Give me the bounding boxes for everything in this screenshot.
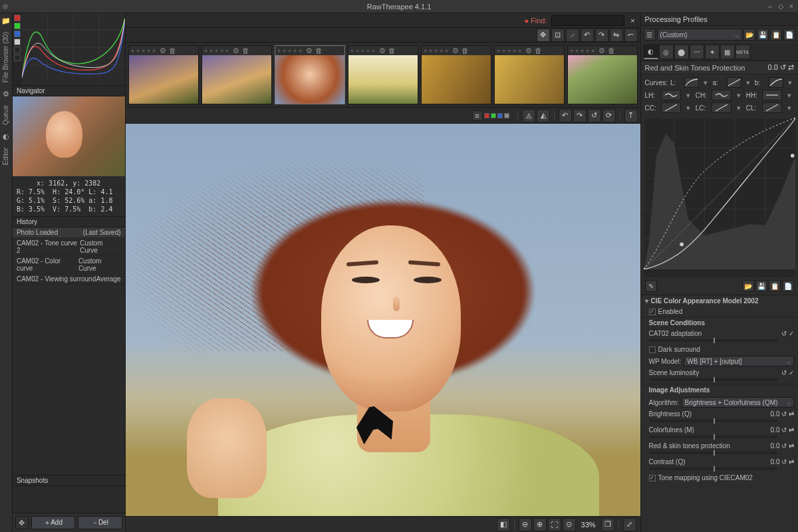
tab-exposure-icon[interactable]: ◐ xyxy=(644,45,658,59)
flip-h-icon[interactable]: ⇋ xyxy=(610,29,623,42)
swatch-grey[interactable] xyxy=(504,113,509,118)
cycle-icon[interactable]: ⟳ xyxy=(602,109,616,122)
fullscreen-icon[interactable]: ⤢ xyxy=(623,518,636,531)
zoom-100-icon[interactable]: ⊙ xyxy=(563,518,576,531)
straighten-tool-icon[interactable]: ⟋ xyxy=(566,29,579,42)
curve-select-LC[interactable] xyxy=(712,102,732,113)
histo-toggle-l[interactable] xyxy=(14,39,21,45)
curve-select-CC[interactable] xyxy=(661,102,681,113)
tab-color-icon[interactable]: ⬤ xyxy=(674,45,689,59)
curve-select-L[interactable] xyxy=(684,77,699,88)
histo-toggle-raw[interactable] xyxy=(14,47,21,53)
curve-save-icon[interactable]: 💾 xyxy=(755,280,767,292)
gear-icon[interactable]: ⚙ xyxy=(1,89,11,98)
histo-toggle-b[interactable] xyxy=(14,31,21,37)
rotate-right-icon[interactable]: ↷ xyxy=(573,109,587,122)
profile-save-icon[interactable]: 💾 xyxy=(757,29,769,41)
folder-icon[interactable]: 📁 xyxy=(1,16,11,25)
palette-icon[interactable]: ◐ xyxy=(1,132,11,141)
swatch-blue[interactable] xyxy=(497,113,503,118)
rail-tab-file-browser[interactable]: File Browser (30) xyxy=(2,32,9,82)
tonemap-checkbox[interactable]: ✓ xyxy=(649,475,656,481)
find-close-icon[interactable]: × xyxy=(628,17,638,25)
minimize-icon[interactable]: – xyxy=(766,2,774,11)
list-icon[interactable]: ≡ xyxy=(472,110,483,121)
new-window-icon[interactable]: ❐ xyxy=(601,518,614,531)
histo-toggle-r[interactable] xyxy=(14,15,21,21)
curve-select-LH[interactable] xyxy=(661,90,681,100)
curve-edit-icon[interactable]: ✎ xyxy=(645,280,657,292)
tab-raw-icon[interactable]: ▦ xyxy=(720,45,735,59)
profile-copy-icon[interactable]: 📋 xyxy=(770,29,782,41)
clip-highlight-icon[interactable]: ◭ xyxy=(537,109,550,122)
svg-point-21 xyxy=(790,154,794,158)
cam02-enabled-checkbox[interactable]: ✓ xyxy=(649,309,656,315)
slider-contrast[interactable] xyxy=(649,467,778,470)
wp-model-select[interactable]: WB [RT] + [output] xyxy=(684,356,794,366)
trash-icon[interactable]: 🗑 xyxy=(169,47,176,55)
window-dot xyxy=(3,4,8,9)
slider-cat02[interactable] xyxy=(649,339,778,342)
curve-paste-icon[interactable]: 📄 xyxy=(782,280,794,292)
tab-transform-icon[interactable]: ✦ xyxy=(705,45,720,59)
history-row: CAM02 - Color curveCustom Curve xyxy=(13,256,125,274)
algorithm-select[interactable]: Brightness + Colorfulness (QM) xyxy=(682,397,794,408)
navigator-readout: x: 3162, y: 2382 R: 7.5%H: 24.0°L: 4.1 G… xyxy=(13,176,125,216)
clip-shadow-icon[interactable]: ◬ xyxy=(522,109,535,122)
histo-toggle-bar[interactable] xyxy=(14,55,21,61)
curve-select-CH[interactable] xyxy=(712,90,732,100)
status-bar: ◧ ⊖ ⊕ ⛶ ⊙ 33% ❐ ⤢ xyxy=(126,516,640,532)
profile-list-icon[interactable]: ☰ xyxy=(644,29,656,41)
curve-select-a[interactable] xyxy=(727,77,741,88)
zoom-fit-icon[interactable]: ⛶ xyxy=(548,518,561,531)
curve-select-CL[interactable] xyxy=(762,102,782,113)
swatch-green[interactable] xyxy=(491,113,496,118)
swatch-red[interactable] xyxy=(484,113,489,118)
filmstrip[interactable]: ★★★★★⚙🗑 ★★★★★⚙🗑 ★★★★★⚙🗑 ★★★★★⚙🗑 ★★★★★⚙🗑 … xyxy=(126,43,640,108)
snapshot-del-button[interactable]: －Del xyxy=(78,516,122,529)
curve-select-HH[interactable] xyxy=(762,90,782,100)
slider-brightness[interactable] xyxy=(649,420,778,422)
crop-tool-icon[interactable]: ⊡ xyxy=(551,29,565,42)
profile-load-icon[interactable]: 📂 xyxy=(743,29,755,41)
rail-tab-queue[interactable]: Queue xyxy=(2,105,9,125)
rail-tab-editor[interactable]: Editor xyxy=(2,148,9,165)
history-list[interactable]: Photo Loaded(Last Saved) CAM02 - Tone cu… xyxy=(13,227,125,285)
curve-open-icon[interactable]: 📂 xyxy=(742,280,754,292)
top-toolbar: ✥ ⊡ ⟋ ↶ ↷ ⇋ ⤺ xyxy=(537,29,638,42)
reset-icon[interactable]: ↺ xyxy=(588,109,601,122)
rotate-right-icon[interactable]: ↷ xyxy=(595,29,608,42)
find-input[interactable] xyxy=(551,15,624,26)
panel-cam02-header[interactable]: CIE Color Appearance Model 2002 xyxy=(641,295,798,307)
curve-select-b[interactable] xyxy=(769,77,783,88)
thumb: ★★★★★⚙🗑 xyxy=(348,45,418,104)
tab-detail-icon[interactable]: ◎ xyxy=(659,45,674,59)
maximize-icon[interactable]: ◇ xyxy=(777,2,785,11)
gear-icon[interactable]: ⚙ xyxy=(160,47,166,55)
zoom-out-icon[interactable]: ⊖ xyxy=(519,518,532,531)
move-handle-icon[interactable]: ✥ xyxy=(15,516,29,529)
image-preview[interactable] xyxy=(126,124,640,516)
before-after-icon[interactable]: ◧ xyxy=(497,518,510,531)
slider-redskin[interactable] xyxy=(649,452,778,454)
tab-meta-icon[interactable]: META xyxy=(735,45,750,59)
histo-toggle-g[interactable] xyxy=(14,23,21,29)
tab-wavelet-icon[interactable]: 〰 xyxy=(690,45,704,59)
curve-copy-icon[interactable]: 📋 xyxy=(769,280,781,292)
navigator-image[interactable] xyxy=(13,96,125,176)
slider-scene-lum[interactable] xyxy=(649,378,778,381)
profile-select[interactable]: (Custom) xyxy=(657,29,742,41)
snapshot-add-button[interactable]: ＋Add xyxy=(31,516,75,529)
flip-v-icon[interactable]: ⤺ xyxy=(624,29,638,42)
profile-paste-icon[interactable]: 📄 xyxy=(783,29,795,41)
hand-tool-icon[interactable]: ✥ xyxy=(537,29,550,42)
rotate-left-icon[interactable]: ↶ xyxy=(581,29,594,42)
zoom-in-icon[interactable]: ⊕ xyxy=(533,518,547,531)
slider-colorfulness[interactable] xyxy=(649,436,778,438)
close-icon[interactable]: × xyxy=(787,2,795,11)
curve-graph[interactable] xyxy=(644,118,795,277)
rotate-left-icon[interactable]: ↶ xyxy=(559,109,572,122)
dark-surround-checkbox[interactable] xyxy=(649,346,656,353)
save-icon[interactable]: ⤒ xyxy=(624,109,638,122)
param-redskin: Red & skin tones protection0.0 ↺ ⇄ xyxy=(641,441,798,451)
